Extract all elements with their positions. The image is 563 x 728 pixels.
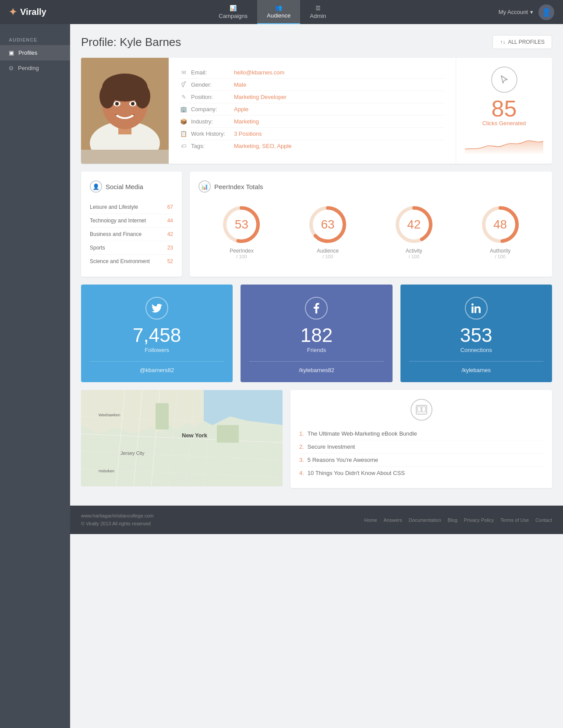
social-row-business: Business and Finance 42 <box>90 228 173 241</box>
activity-number: 42 <box>407 218 421 232</box>
social-row-leisure-score: 67 <box>167 204 173 210</box>
svg-rect-40 <box>418 407 421 412</box>
rec-list: 1. The Ultimate Web-Marketing eBook Bund… <box>299 427 543 479</box>
social-network-cards: 7,458 Followers @kbarners82 182 Friends … <box>81 285 552 382</box>
social-row-science: Science and Environment 52 <box>90 255 173 268</box>
audience-number: 63 <box>321 218 335 232</box>
gender-icon: ⚥ <box>180 81 188 88</box>
gender-value: Male <box>234 81 246 88</box>
svg-point-5 <box>99 84 115 109</box>
svg-text:New York: New York <box>182 432 208 439</box>
svg-point-6 <box>135 84 150 109</box>
authority-number: 48 <box>493 218 507 232</box>
social-row-science-label: Science and Environment <box>90 258 150 264</box>
social-row-sports-label: Sports <box>90 245 105 251</box>
peerindex-number: 53 <box>235 218 248 232</box>
nav-admin[interactable]: ☰ Admin <box>300 0 336 24</box>
field-gender: ⚥ Gender: Male <box>180 79 445 91</box>
svg-text:Jersey City: Jersey City <box>120 450 145 456</box>
industry-label: Industry: <box>191 118 230 125</box>
footer-home[interactable]: Home <box>364 517 377 523</box>
linkedin-divider <box>409 361 543 362</box>
position-value: Marketing Developer <box>234 94 287 100</box>
footer-privacy[interactable]: Privacy Policy <box>464 517 494 523</box>
my-account-button[interactable]: My Account ▾ <box>499 9 533 15</box>
rec-item-2: 2. Secure Investment <box>299 440 543 454</box>
rec-num-3: 3. <box>299 457 304 463</box>
svg-text:Weehawken: Weehawken <box>99 413 120 417</box>
nav-right: My Account ▾ 👤 <box>499 4 554 20</box>
field-tags: 🏷 Tags: Marketing, SEO, Apple <box>180 140 445 152</box>
footer-blog[interactable]: Blog <box>448 517 457 523</box>
facebook-divider <box>249 361 383 362</box>
work-history-label: Work History: <box>191 130 230 137</box>
sidebar-item-pending[interactable]: ⊙ Pending <box>0 60 70 76</box>
profile-photo <box>81 58 169 164</box>
tags-label: Tags: <box>191 143 230 149</box>
position-label: Position: <box>191 94 230 100</box>
sidebar-profiles-label: Profiles <box>18 49 37 56</box>
peerindex-icon: 📊 <box>198 180 211 193</box>
rec-item-1: 1. The Ultimate Web-Marketing eBook Bund… <box>299 427 543 440</box>
audience-circle: 63 Audience / 100 <box>308 205 347 259</box>
peerindex-circle: 53 PeerIndex / 100 <box>222 205 261 259</box>
nav-campaigns[interactable]: 📊 Campaigns <box>209 0 257 24</box>
avatar[interactable]: 👤 <box>538 4 554 20</box>
twitter-card: 7,458 Followers @kbarners82 <box>81 285 233 382</box>
rec-text-3: 5 Reasons You're Awesome <box>308 457 378 463</box>
linkedin-count: 353 <box>460 326 492 345</box>
rec-num-1: 1. <box>299 430 304 437</box>
footer: www.haritagachristiancollege.com © Viral… <box>70 506 563 534</box>
authority-circle-container: 48 <box>481 205 520 244</box>
company-label: Company: <box>191 106 230 113</box>
activity-circle-container: 42 <box>394 205 434 244</box>
footer-links: Home Answers Documentation Blog Privacy … <box>364 517 552 523</box>
sidebar: AUDIENCE ▣ Profiles ⊙ Pending <box>0 24 70 728</box>
industry-value: Marketing <box>234 118 259 125</box>
all-profiles-icon: ↑↓ <box>500 39 505 45</box>
linkedin-card: 353 Connections /kylebarnes <box>400 285 552 382</box>
peerindex-panel: 📊 PeerIndex Totals 53 PeerIndex / <box>190 172 552 277</box>
twitter-icon-circle <box>145 297 168 320</box>
map-svg: Jersey City New York Weehawken Hoboken <box>81 390 283 486</box>
linkedin-icon-circle <box>465 297 488 320</box>
social-row-tech: Technology and Internet 44 <box>90 214 173 228</box>
rec-text-4: 10 Things You Didn't Know About CSS <box>308 470 405 476</box>
peerindex-circle-container: 53 <box>222 205 261 244</box>
footer-docs[interactable]: Documentation <box>409 517 441 523</box>
peer-circles: 53 PeerIndex / 100 63 <box>198 200 543 264</box>
sidebar-section-title: AUDIENCE <box>0 33 70 45</box>
rec-num-2: 2. <box>299 443 304 450</box>
nav-campaigns-label: Campaigns <box>219 13 248 19</box>
logo-text: Virally <box>20 7 46 17</box>
linkedin-label: Connections <box>460 347 492 353</box>
pending-icon: ⊙ <box>9 65 14 71</box>
footer-contact[interactable]: Contact <box>535 517 552 523</box>
photo-placeholder <box>81 58 169 150</box>
sidebar-item-profiles[interactable]: ▣ Profiles <box>0 45 70 60</box>
sidebar-pending-label: Pending <box>18 65 39 71</box>
social-row-leisure: Leisure and Lifestyle 67 <box>90 200 173 214</box>
social-row-science-score: 52 <box>167 258 173 264</box>
field-position: ✎ Position: Marketing Developer <box>180 91 445 103</box>
social-row-leisure-label: Leisure and Lifestyle <box>90 204 138 210</box>
all-profiles-button[interactable]: ↑↓ ALL PROFILES <box>492 35 552 49</box>
social-media-icon: 👤 <box>90 180 102 193</box>
svg-rect-33 <box>217 425 239 443</box>
footer-answers[interactable]: Answers <box>384 517 402 523</box>
facebook-card: 182 Friends /kylebarnes82 <box>241 285 392 382</box>
rec-item-4: 4. 10 Things You Didn't Know About CSS <box>299 467 543 479</box>
recommendations-icon <box>411 399 432 421</box>
gender-label: Gender: <box>191 81 230 88</box>
company-value: Apple <box>234 106 248 113</box>
activity-circle: 42 Activity / 100 <box>394 205 434 259</box>
authority-circle: 48 Authority / 100 <box>481 205 520 259</box>
social-row-sports-score: 23 <box>167 245 173 251</box>
nav-audience[interactable]: 👥 Audience <box>257 0 300 24</box>
tags-icon: 🏷 <box>180 143 188 149</box>
logo-icon: ✦ <box>9 7 17 18</box>
work-history-value: 3 Positions <box>234 130 262 137</box>
rec-text-2: Secure Investment <box>308 443 355 450</box>
two-panel: 👤 Social Media Leisure and Lifestyle 67 … <box>81 172 552 277</box>
footer-terms[interactable]: Terms of Use <box>500 517 529 523</box>
